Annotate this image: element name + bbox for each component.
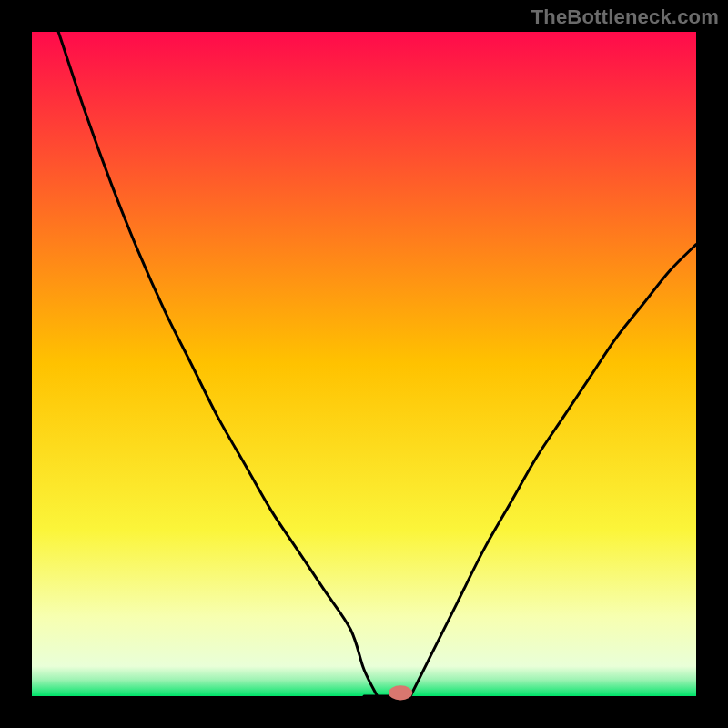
watermark-label: TheBottleneck.com	[531, 5, 719, 29]
bottleneck-chart: TheBottleneck.com	[0, 0, 728, 728]
plot-area	[32, 32, 696, 696]
optimum-marker	[389, 685, 412, 700]
chart-svg	[0, 0, 728, 728]
